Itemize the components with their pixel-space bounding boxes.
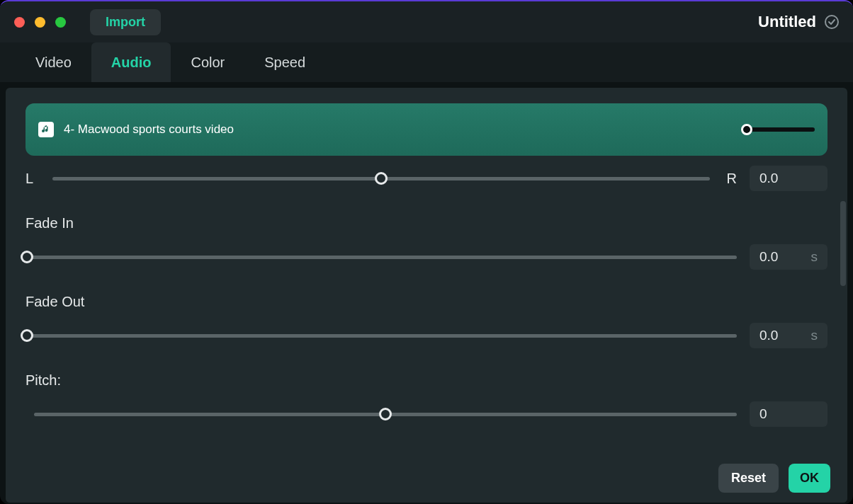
pitch-value-field[interactable]: 0	[750, 401, 827, 427]
balance-slider[interactable]	[52, 177, 710, 181]
pitch-row: 0	[26, 401, 827, 427]
saved-status-icon	[825, 15, 839, 29]
clip-volume-slider[interactable]	[744, 127, 815, 132]
fade-in-value-field[interactable]: 0.0 s	[750, 244, 827, 270]
fade-out-row: 0.0 s	[26, 323, 827, 348]
minimize-window-button[interactable]	[35, 17, 45, 28]
fade-out-slider-thumb[interactable]	[21, 329, 33, 342]
balance-left-label: L	[26, 171, 40, 187]
pitch-slider-thumb[interactable]	[379, 408, 392, 420]
document-title: Untitled	[758, 13, 816, 31]
close-window-button[interactable]	[14, 17, 25, 28]
balance-slider-thumb[interactable]	[375, 172, 388, 185]
balance-right-label: R	[723, 171, 737, 187]
audio-clip-name: 4- Macwood sports courts video	[64, 122, 234, 137]
fade-in-label: Fade In	[26, 215, 827, 231]
balance-row: L R 0.0	[26, 166, 827, 191]
ok-button[interactable]: OK	[789, 464, 830, 493]
pitch-slider[interactable]	[34, 413, 737, 416]
fade-out-value-field[interactable]: 0.0 s	[750, 323, 827, 348]
fade-in-value: 0.0	[759, 249, 778, 265]
clip-volume-thumb[interactable]	[741, 124, 752, 135]
fullscreen-window-button[interactable]	[55, 17, 66, 28]
import-button[interactable]: Import	[90, 9, 161, 35]
tab-color[interactable]: Color	[171, 42, 244, 82]
fade-out-value: 0.0	[759, 328, 778, 343]
balance-value: 0.0	[759, 171, 778, 186]
audio-panel: 4- Macwood sports courts video L R 0.0 F…	[6, 88, 847, 503]
window-controls	[14, 17, 66, 28]
tab-video[interactable]: Video	[16, 42, 91, 82]
fade-out-slider[interactable]	[27, 334, 737, 338]
audio-clip-card[interactable]: 4- Macwood sports courts video	[26, 103, 827, 156]
music-icon	[38, 122, 54, 137]
tab-bar: Video Audio Color Speed	[0, 42, 853, 82]
fade-in-unit: s	[811, 249, 818, 265]
fade-out-label: Fade Out	[26, 294, 827, 310]
fade-in-slider[interactable]	[27, 256, 737, 259]
titlebar: Import Untitled	[0, 1, 853, 42]
fade-in-row: 0.0 s	[26, 244, 827, 270]
app-window: Import Untitled Video Audio Color Speed …	[0, 0, 853, 504]
tab-speed[interactable]: Speed	[244, 42, 325, 82]
panel-footer: Reset OK	[6, 453, 847, 503]
pitch-value: 0	[759, 406, 767, 422]
fade-out-unit: s	[811, 328, 818, 343]
pitch-label: Pitch:	[26, 372, 827, 389]
reset-button[interactable]: Reset	[718, 464, 779, 493]
tab-audio[interactable]: Audio	[91, 42, 171, 82]
scrollbar-thumb[interactable]	[840, 201, 846, 286]
title-right: Untitled	[758, 13, 839, 31]
balance-value-field[interactable]: 0.0	[750, 166, 827, 191]
fade-in-slider-thumb[interactable]	[21, 251, 33, 263]
